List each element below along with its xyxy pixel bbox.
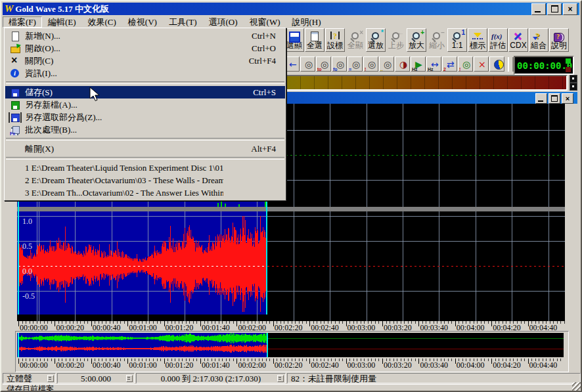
sound-close-button[interactable]: × [562, 93, 573, 104]
zoom-in-icon: + [410, 31, 423, 41]
overview-waveform[interactable] [18, 333, 564, 357]
expression-button[interactable]: 評估 [488, 28, 508, 52]
overview-ruler[interactable]: 00:00:0000:00:2000:00:4000:01:0000:01:20… [17, 359, 564, 369]
cue-point-button[interactable]: 標示 [468, 28, 487, 52]
channel-divider[interactable] [17, 207, 565, 211]
file-menu-item-new[interactable]: 新增(N)...Ctrl+N [5, 30, 285, 42]
time-display: 00:00:00.0 [517, 60, 572, 71]
view-selection-button[interactable]: 選顯 [284, 28, 304, 52]
menu-item-label: 開啟(O)... [25, 43, 223, 54]
file-menu-item-batch[interactable]: 批次處理(B)... [5, 123, 285, 136]
menu-item-label: 資訊(I)... [25, 68, 223, 79]
menubar-item-edit[interactable]: 編輯(E) [42, 16, 82, 28]
ruler-label: 00:04:20 [493, 360, 521, 370]
menubar-item-effect[interactable]: 效果(C) [82, 16, 122, 28]
toolbar-button-label: CDX [510, 41, 526, 51]
knob-plain-button[interactable]: ◎ [300, 56, 315, 72]
knob-alert-icon: ◎ [368, 59, 376, 70]
menu-separator [6, 81, 284, 84]
channel-mode-menu-button[interactable] [47, 375, 54, 382]
help-combo-icon [532, 31, 545, 41]
menu-bar: 檔案(F)編輯(E)效果(C)檢視(V)工具(T)選項(O)視窗(W)說明(H) [3, 16, 579, 28]
close-x-icon [10, 56, 20, 66]
menubar-item-window[interactable]: 視窗(W) [244, 16, 286, 28]
playback-rate-button[interactable]: ▶Hz [411, 56, 426, 72]
zoom-previous-icon: ← [390, 31, 403, 41]
window-controls: × [531, 3, 579, 15]
select-all-icon [308, 31, 321, 41]
channel-swap-button[interactable]: ⇄2 [442, 56, 457, 72]
overview-selection-start-marker [18, 333, 19, 357]
file-menu-item-save-as[interactable]: 另存新檔(A)... [5, 98, 285, 111]
left-channel-unselected-bg [267, 104, 565, 207]
menu-item-label: 另存選取部分爲(Z)... [25, 112, 223, 123]
badge: ! [365, 67, 366, 72]
badge: × [359, 29, 363, 36]
file-menu-item-recent-file-3[interactable]: 3 E:\Dream Th...Octavarium\02 - The Answ… [5, 186, 285, 199]
wave-smooth-button[interactable]: ← [284, 56, 300, 72]
select-all-button[interactable]: 全選 [305, 28, 325, 52]
badge: .. [380, 67, 383, 72]
zoom-all-icon: × [349, 31, 362, 41]
sound-minimize-button[interactable] [535, 93, 547, 104]
knob-pan-icon: ◑ [399, 59, 407, 70]
file-menu-item-save-selection-as[interactable]: 另存選取部分爲(Z)... [5, 111, 285, 123]
cdx-button[interactable]: CDX [508, 28, 528, 52]
menubar-item-help[interactable]: 說明(H) [286, 16, 326, 28]
minimize-icon [538, 100, 543, 102]
menubar-item-file[interactable]: 檔案(F) [3, 16, 42, 28]
file-length-menu-button[interactable] [126, 375, 133, 382]
knob-dots-button[interactable]: ◎.. [379, 56, 394, 72]
censor-button[interactable]: × [474, 56, 489, 72]
meter-button-bottom[interactable] [570, 83, 577, 91]
close-button[interactable]: × [563, 3, 577, 15]
help-combo-button[interactable]: 組合 [529, 28, 548, 52]
status-channel-mode: 立體聲 [3, 373, 56, 383]
menubar-item-view[interactable]: 檢視(V) [122, 16, 163, 28]
toolbar-button-label: 說明 [551, 41, 567, 51]
badge: ← [397, 29, 404, 36]
file-menu-item-close[interactable]: 關閉(C)Ctrl+F4 [5, 54, 285, 67]
view-selection-icon [288, 31, 301, 41]
knob-dots-icon: ◎ [384, 59, 392, 70]
close-icon: × [568, 5, 572, 14]
resample-button[interactable]: ↔Hz [426, 56, 441, 72]
menubar-item-options[interactable]: 選項(O) [203, 16, 244, 28]
knob-limiter-button[interactable]: ◎! [458, 56, 473, 72]
help-book-button[interactable]: 說明 [549, 28, 569, 52]
badge: to [317, 67, 322, 72]
selection-range-menu-button[interactable] [277, 375, 284, 382]
zoom-in-button[interactable]: +放大 [407, 28, 426, 52]
knob-pan-button[interactable]: ◑ [395, 56, 410, 72]
toolbar-button-label: 組合 [531, 41, 547, 51]
resize-grip[interactable] [572, 382, 581, 391]
toolbar-button-label: 評估 [490, 41, 506, 51]
set-marker-button[interactable]: 設標 [325, 28, 345, 52]
sound-maximize-button[interactable] [548, 93, 560, 104]
file-menu-item-exit[interactable]: 離開(X)Alt+F4 [5, 142, 285, 155]
file-menu-item-recent-file-2[interactable]: 2 E:\Dream Theater\Octavarium\03 - These… [5, 174, 285, 186]
toolbar-button-label: 設標 [327, 41, 343, 51]
zoom-selection-button[interactable]: *選放 [366, 28, 386, 52]
file-menu-item-info[interactable]: 資訊(I)... [5, 67, 285, 79]
file-menu-item-save[interactable]: 儲存(S)Ctrl+S [5, 86, 285, 98]
status-license: 82：未註冊限制使用量 [287, 373, 581, 383]
toolbar-button-label: 放大 [409, 41, 424, 51]
meter-button-top[interactable] [570, 75, 577, 83]
file-menu-item-open[interactable]: 開啟(O)...Ctrl+O [5, 42, 285, 54]
maximize-button[interactable] [547, 3, 562, 15]
menubar-item-tool[interactable]: 工具(T) [163, 16, 203, 28]
clock-button[interactable] [489, 56, 504, 72]
knob-to-button[interactable]: ◎to [316, 56, 331, 72]
zoom-1to1-button[interactable]: 11:1 [447, 28, 467, 52]
knob-alert-button[interactable]: ◎! [363, 56, 378, 72]
title-bar[interactable]: W Gold Wave 5.17 中文化版 × [3, 3, 579, 15]
ruler-label: 00:00:40 [93, 360, 121, 370]
knob-eq-button[interactable]: ◎= [347, 56, 363, 72]
file-menu-item-recent-file-1[interactable]: 1 E:\Dream Theater\Liquid Tension Experi… [5, 162, 285, 174]
channel-mode-text: 立體聲 [7, 374, 32, 383]
knob-fo-button[interactable]: ◎fo [332, 56, 347, 72]
toolbar-grip[interactable] [508, 57, 514, 72]
minimize-button[interactable] [531, 3, 546, 15]
time-ruler[interactable]: 00:00:0000:00:2000:00:4000:01:0000:01:20… [17, 321, 565, 332]
